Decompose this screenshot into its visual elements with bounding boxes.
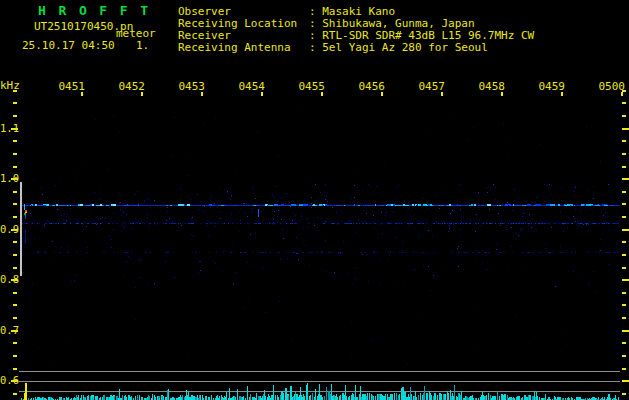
noise-dot — [113, 115, 114, 116]
noise-dot — [67, 213, 68, 214]
noise-dot — [609, 264, 610, 265]
trace-dot — [521, 223, 522, 224]
carrier-segment — [471, 204, 473, 206]
trace-dot — [450, 223, 451, 224]
trace-dot — [390, 223, 391, 224]
noise-dot — [86, 226, 87, 227]
noise-dot — [389, 255, 390, 256]
noise-dot — [81, 260, 82, 261]
noise-dot — [121, 215, 122, 216]
carrier-segment — [170, 205, 172, 206]
carrier-bright-spot — [178, 204, 181, 206]
noise-dot — [381, 212, 382, 213]
carrier-segment — [42, 205, 46, 206]
noise-dot — [337, 224, 338, 225]
trace-dot — [525, 223, 526, 224]
trace-dot — [451, 252, 452, 253]
noise-dot — [215, 263, 216, 264]
time-tick — [261, 92, 263, 96]
freq-minor-tick-right — [622, 153, 626, 155]
noise-dot — [244, 223, 245, 224]
noise-dot — [139, 277, 140, 278]
trace-dot — [418, 252, 419, 253]
noise-dot — [407, 213, 408, 214]
noise-dot — [386, 249, 387, 250]
carrier-segment — [535, 204, 541, 206]
noise-dot — [203, 211, 204, 212]
trace-dot — [616, 223, 618, 224]
carrier-segment — [591, 205, 595, 206]
noise-dot — [250, 234, 251, 235]
trace-dot — [395, 223, 396, 224]
noise-dot — [325, 199, 326, 200]
trace-dot — [180, 223, 181, 224]
noise-dot — [467, 140, 468, 141]
noise-dot — [409, 207, 410, 208]
noise-dot — [586, 126, 587, 127]
carrier-segment — [270, 205, 273, 206]
noise-dot — [486, 204, 487, 205]
meteor-echo-pixel — [25, 215, 26, 219]
noise-dot — [610, 229, 611, 230]
trace-dot — [565, 223, 566, 224]
carrier-segment — [138, 204, 139, 206]
trace-dot — [423, 252, 424, 253]
trace-dot — [499, 252, 500, 253]
noise-dot — [70, 222, 71, 223]
trace-dot — [331, 223, 332, 224]
noise-dot — [309, 265, 310, 266]
carrier-segment — [550, 204, 555, 206]
trace-dot — [402, 252, 403, 253]
noise-dot — [349, 220, 350, 221]
noise-dot — [311, 207, 312, 208]
trace-dot — [559, 223, 560, 224]
trace-dot — [390, 252, 391, 253]
trace-dot — [538, 252, 539, 253]
noise-dot — [198, 209, 199, 210]
noise-bar — [97, 396, 98, 400]
noise-dot — [135, 218, 136, 219]
noise-dot — [575, 187, 576, 188]
trace-dot — [314, 223, 315, 224]
trace-dot — [558, 223, 559, 224]
noise-dot — [342, 213, 343, 214]
trace-dot — [244, 252, 246, 253]
noise-bar — [461, 391, 462, 400]
trace-dot — [263, 252, 264, 253]
noise-dot — [382, 234, 383, 235]
trace-dot — [377, 223, 378, 224]
noise-dot — [124, 227, 125, 228]
info-label: Receiving Antenna — [178, 41, 309, 54]
trace-dot — [87, 223, 89, 224]
trace-dot — [65, 223, 66, 224]
meteor-echo-pixel — [25, 230, 26, 243]
trace-dot — [518, 223, 519, 224]
freq-minor-tick-right — [622, 292, 626, 294]
noise-bar — [399, 394, 400, 400]
noise-dot — [233, 283, 234, 284]
noise-dot — [175, 205, 176, 206]
noise-bar — [81, 395, 82, 400]
noise-dot — [428, 230, 429, 231]
carrier-segment — [354, 204, 355, 206]
noise-dot — [396, 199, 397, 200]
noise-dot — [290, 206, 291, 207]
noise-dot — [239, 231, 240, 232]
trace-dot — [262, 252, 263, 253]
noise-dot — [477, 307, 478, 308]
trace-dot — [359, 223, 360, 224]
noise-dot — [273, 196, 274, 197]
carrier-segment — [375, 204, 376, 206]
noise-dot — [507, 204, 508, 205]
noise-dot — [374, 227, 375, 228]
noise-dot — [34, 238, 35, 239]
trace-dot — [515, 223, 516, 224]
noise-dot — [135, 287, 136, 288]
noise-dot — [230, 223, 231, 224]
noise-dot — [174, 117, 175, 118]
carrier-bright-spot — [80, 204, 83, 206]
echo-range-marker — [20, 182, 22, 276]
trace-dot — [618, 252, 619, 253]
noise-dot — [368, 184, 369, 185]
carrier-bright-spot — [474, 204, 476, 206]
